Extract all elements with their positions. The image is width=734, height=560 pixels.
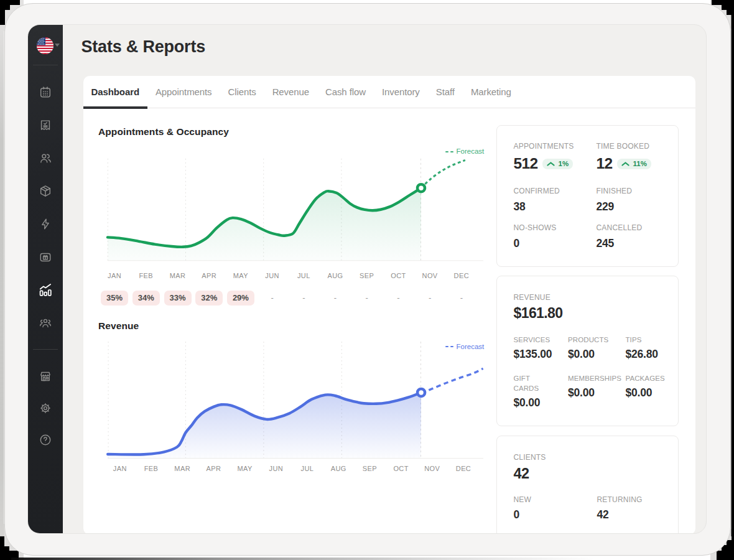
stat-value: $0.00 bbox=[626, 388, 665, 399]
stat-label: PRODUCTS bbox=[568, 335, 626, 345]
stat-label: GIFT CARDS bbox=[514, 373, 555, 393]
sidebar-item-reports[interactable] bbox=[39, 283, 52, 297]
area-fill bbox=[108, 393, 421, 459]
sidebar-item-calendar[interactable] bbox=[39, 85, 52, 99]
tab-appointments[interactable]: Appointments bbox=[147, 76, 220, 108]
stat-label: CANCELLED bbox=[597, 223, 661, 233]
delta-value: 1% bbox=[559, 161, 569, 168]
month-label: MAR bbox=[160, 273, 195, 279]
sidebar-item-quick-actions[interactable] bbox=[39, 217, 52, 231]
month-label: FEB bbox=[134, 465, 169, 472]
left-gray-strip bbox=[0, 9, 4, 538]
tab-label: Staff bbox=[436, 86, 455, 97]
sidebar-item-help[interactable] bbox=[39, 433, 52, 447]
stat-label: NEW bbox=[514, 495, 597, 505]
forecast-line bbox=[421, 368, 483, 393]
page-title: Stats & Reports bbox=[81, 38, 206, 57]
month-label: DEC bbox=[446, 465, 481, 472]
tab-revenue[interactable]: Revenue bbox=[264, 76, 317, 108]
tab-cash-flow[interactable]: Cash flow bbox=[317, 76, 374, 108]
main-area: Stats & Reports Dashboard Appointments C… bbox=[63, 25, 706, 533]
tab-label: Revenue bbox=[272, 86, 309, 97]
stat-label: CLIENTS bbox=[514, 452, 661, 462]
month-label: APR bbox=[192, 273, 226, 279]
stat-value: $0.00 bbox=[514, 398, 569, 409]
trend-line bbox=[108, 393, 421, 455]
occupancy-chart bbox=[83, 141, 492, 265]
tab-label: Cash flow bbox=[325, 86, 366, 97]
tab-label: Clients bbox=[228, 86, 256, 97]
chevron-down-icon bbox=[55, 44, 60, 47]
sidebar-item-products[interactable] bbox=[39, 184, 52, 198]
occupancy-month-axis: JANFEBMARAPRMAYJUNJULAUGSEPOCTNOVDEC bbox=[83, 273, 494, 280]
tab-dashboard[interactable]: Dashboard bbox=[83, 76, 147, 108]
stat-label: CONFIRMED bbox=[514, 186, 597, 196]
month-label: MAR bbox=[165, 465, 200, 472]
stat-value: 0 bbox=[514, 510, 597, 521]
team-icon bbox=[39, 316, 52, 330]
month-label: OCT bbox=[384, 465, 419, 472]
stat-label: TIPS bbox=[626, 335, 661, 345]
month-label: JAN bbox=[97, 273, 132, 279]
month-label: JUL bbox=[286, 273, 321, 279]
delta-badge: 1% bbox=[542, 159, 574, 169]
sidebar-item-pos[interactable] bbox=[39, 370, 52, 383]
occupancy-empty: - bbox=[300, 291, 307, 306]
chevron-up-icon bbox=[547, 162, 555, 166]
stat-label: PACKAGES bbox=[626, 373, 665, 383]
sidebar-item-team[interactable] bbox=[39, 316, 52, 330]
month-label: NOV bbox=[415, 465, 450, 472]
tab-bar: Dashboard Appointments Clients Revenue C… bbox=[83, 76, 696, 108]
tab-label: Inventory bbox=[382, 86, 420, 97]
legend-label: Forecast bbox=[457, 343, 485, 351]
screenshot-stage: Stats & Reports Dashboard Appointments C… bbox=[0, 0, 734, 560]
tab-marketing[interactable]: Marketing bbox=[463, 76, 519, 108]
occupancy-badge: 35% bbox=[101, 291, 128, 306]
us-flag-icon bbox=[37, 37, 53, 54]
month-label: OCT bbox=[381, 273, 416, 279]
products-box-icon bbox=[39, 184, 52, 198]
sidebar-item-settings[interactable] bbox=[39, 401, 52, 415]
stat-value: 245 bbox=[597, 238, 661, 250]
tab-label: Marketing bbox=[471, 86, 511, 97]
language-flag-button[interactable] bbox=[37, 37, 59, 55]
stat-value: $26.80 bbox=[626, 349, 661, 360]
content-panel: Dashboard Appointments Clients Revenue C… bbox=[83, 76, 696, 534]
help-icon bbox=[39, 433, 52, 447]
sidebar-item-gift-cards[interactable] bbox=[39, 250, 52, 264]
tablet-screen: Stats & Reports Dashboard Appointments C… bbox=[27, 24, 707, 534]
tab-staff[interactable]: Staff bbox=[428, 76, 463, 108]
tab-clients[interactable]: Clients bbox=[220, 76, 264, 108]
month-label: APR bbox=[196, 465, 231, 472]
stat-value: $135.00 bbox=[514, 349, 569, 360]
occupancy-empty: - bbox=[332, 291, 339, 306]
sidebar-item-clients[interactable] bbox=[39, 151, 52, 165]
stat-value: $0.00 bbox=[568, 388, 626, 399]
tab-label: Appointments bbox=[156, 86, 212, 97]
tab-inventory[interactable]: Inventory bbox=[374, 76, 428, 108]
occupancy-badge: 29% bbox=[227, 291, 254, 306]
stat-label: REVENUE bbox=[514, 292, 661, 302]
month-label: JUN bbox=[259, 465, 294, 472]
stat-value: 42 bbox=[597, 510, 661, 521]
sidebar-item-sales[interactable] bbox=[39, 118, 52, 132]
sidebar-divider-top bbox=[33, 65, 58, 65]
month-label: JUL bbox=[290, 465, 325, 472]
sidebar-divider-bottom bbox=[33, 349, 58, 350]
month-label: JUN bbox=[255, 273, 290, 279]
month-label: JAN bbox=[103, 465, 137, 472]
occupancy-badge: 32% bbox=[195, 291, 223, 306]
stat-label: TIME BOOKED bbox=[597, 141, 661, 151]
stat-value: 0 bbox=[514, 238, 597, 250]
clients-icon bbox=[39, 151, 52, 165]
sales-receipt-icon bbox=[39, 118, 52, 132]
chart-title-occupancy: Appointments & Occupancy bbox=[98, 127, 229, 137]
lightning-icon bbox=[39, 217, 52, 231]
forecast-dash-icon bbox=[445, 151, 453, 152]
stat-value: $161.80 bbox=[514, 306, 661, 320]
occupancy-empty: - bbox=[426, 291, 434, 306]
area-fill bbox=[107, 188, 420, 261]
revenue-month-axis: JANFEBMARAPRMAYJUNJULAUGSEPOCTNOVDEC bbox=[83, 465, 494, 473]
occupancy-empty: - bbox=[394, 291, 402, 306]
revenue-chart bbox=[83, 337, 492, 464]
